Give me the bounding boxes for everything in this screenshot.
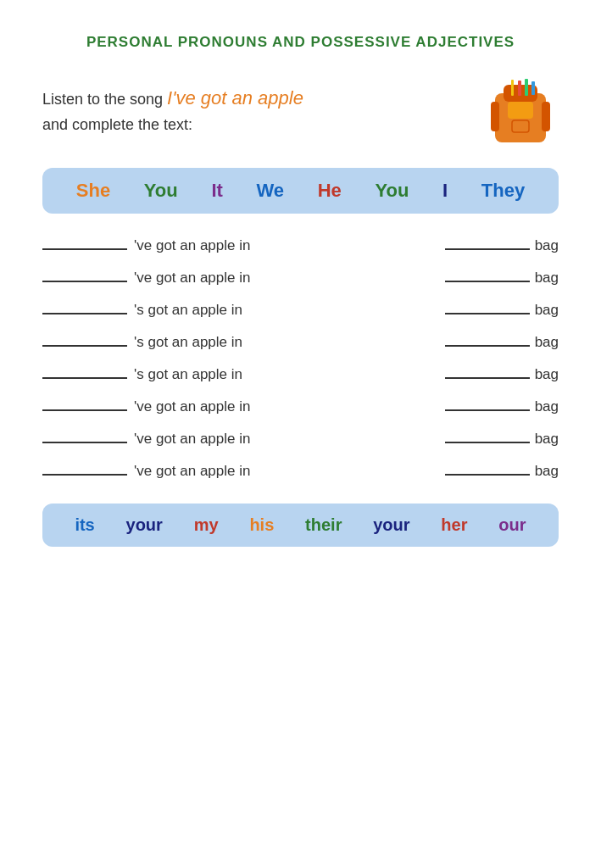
pronoun-item: She — [76, 180, 110, 202]
sentence-row: 've got an apple inbag — [42, 398, 559, 415]
sentence-middle-text: 's got an apple in — [131, 366, 445, 383]
page-title: PERSONAL PRONOUNS AND POSSESSIVE ADJECTI… — [42, 34, 559, 51]
sentence-row: 's got an apple inbag — [42, 334, 559, 351]
sentence-middle-text: 've got an apple in — [131, 463, 445, 480]
pronoun-blank[interactable] — [42, 442, 127, 443]
sentence-middle-text: 've got an apple in — [131, 398, 445, 415]
svg-rect-4 — [542, 102, 550, 131]
pronoun-blank[interactable] — [42, 281, 127, 282]
pronoun-box: SheYouItWeHeYouIThey — [42, 168, 559, 214]
pronoun-item: I — [442, 180, 448, 202]
possessive-item: my — [194, 515, 219, 535]
bag-word: bag — [535, 366, 559, 383]
pronoun-item: It — [211, 180, 222, 202]
possessive-item: our — [498, 515, 526, 535]
bag-word: bag — [535, 334, 559, 351]
listen-section: Listen to the song I've got an apple and… — [42, 76, 559, 144]
pronoun-blank[interactable] — [42, 474, 127, 476]
svg-rect-9 — [511, 80, 514, 96]
sentence-row: 've got an apple inbag — [42, 270, 559, 287]
sentence-row: 've got an apple inbag — [42, 463, 559, 480]
possessive-item: its — [75, 515, 94, 535]
sentence-row: 's got an apple inbag — [42, 366, 559, 383]
svg-rect-7 — [525, 79, 528, 96]
song-title: I've got an apple — [167, 87, 303, 108]
possessive-blank[interactable] — [445, 409, 530, 411]
possessive-blank[interactable] — [445, 377, 530, 379]
possessive-blank[interactable] — [445, 345, 530, 347]
possessive-item: your — [126, 515, 163, 535]
bag-word: bag — [535, 302, 559, 319]
possessive-blank[interactable] — [445, 281, 530, 282]
pronoun-blank[interactable] — [42, 313, 127, 314]
pronoun-item: We — [256, 180, 284, 202]
sentence-middle-text: 've got an apple in — [131, 237, 445, 254]
pronoun-blank[interactable] — [42, 409, 127, 411]
sentence-middle-text: 've got an apple in — [131, 270, 445, 287]
svg-rect-8 — [531, 81, 535, 95]
sentence-row: 've got an apple inbag — [42, 237, 559, 254]
svg-rect-3 — [491, 102, 499, 131]
pronoun-item: You — [375, 180, 409, 202]
pronoun-blank[interactable] — [42, 248, 127, 250]
listen-suffix: and complete the text: — [42, 116, 192, 133]
possessive-box: itsyourmyhistheiryourherour — [42, 504, 559, 547]
bag-word: bag — [535, 398, 559, 415]
sentence-middle-text: 's got an apple in — [131, 334, 445, 351]
sentences-section: 've got an apple inbag've got an apple i… — [42, 237, 559, 480]
sentence-row: 've got an apple inbag — [42, 431, 559, 448]
sentence-middle-text: 's got an apple in — [131, 302, 445, 319]
possessive-item: his — [249, 515, 274, 535]
pronoun-item: They — [481, 180, 525, 202]
possessive-item: your — [373, 515, 409, 535]
svg-rect-6 — [518, 81, 521, 96]
bag-word: bag — [535, 431, 559, 448]
sentence-middle-text: 've got an apple in — [131, 431, 445, 448]
possessive-blank[interactable] — [445, 248, 530, 250]
listen-prefix: Listen to the song — [42, 91, 167, 108]
bag-word: bag — [535, 463, 559, 480]
possessive-blank[interactable] — [445, 313, 530, 314]
possessive-item: their — [305, 515, 342, 535]
pronoun-item: You — [144, 180, 178, 202]
bag-word: bag — [535, 237, 559, 254]
possessive-item: her — [441, 515, 467, 535]
svg-rect-5 — [512, 120, 529, 132]
svg-rect-2 — [508, 102, 533, 119]
pronoun-item: He — [318, 180, 342, 202]
backpack-image — [482, 76, 559, 144]
listen-text: Listen to the song I've got an apple and… — [42, 83, 303, 137]
bag-word: bag — [535, 270, 559, 287]
sentence-row: 's got an apple inbag — [42, 302, 559, 319]
pronoun-blank[interactable] — [42, 345, 127, 347]
possessive-blank[interactable] — [445, 474, 530, 476]
possessive-blank[interactable] — [445, 442, 530, 443]
pronoun-blank[interactable] — [42, 377, 127, 379]
